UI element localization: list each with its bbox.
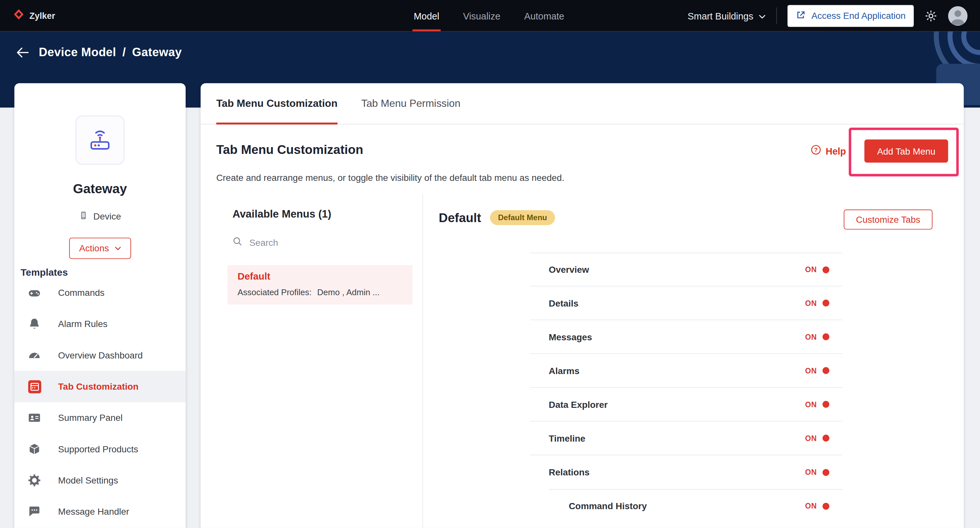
top-navbar: Zylker Model Visualize Automate Smart Bu… <box>0 0 980 31</box>
nav-divider <box>776 8 777 24</box>
nav-link-model[interactable]: Model <box>412 0 440 31</box>
nav-link-visualize[interactable]: Visualize <box>462 0 502 31</box>
toggle-state: ON <box>805 265 817 274</box>
chevron-down-icon <box>115 246 121 250</box>
toggle-dot-icon <box>822 300 829 306</box>
table-row-relations: Relations ON <box>530 455 842 489</box>
toggle-state: ON <box>805 468 817 477</box>
application-window: Zylker Model Visualize Automate Smart Bu… <box>0 0 980 528</box>
navbar-right: Smart Buildings Access End Application <box>687 5 967 26</box>
sidebar-item-label: Tab Customization <box>58 381 138 392</box>
sidebar-item-tab-customization[interactable]: Tab Customization <box>14 371 186 402</box>
add-tab-menu-button[interactable]: Add Tab Menu <box>864 140 948 163</box>
table-row-details: Details ON <box>530 286 842 320</box>
settings-gear-icon[interactable] <box>924 9 937 22</box>
page-title: Tab Menu Customization <box>216 142 363 157</box>
device-name: Gateway <box>14 182 186 196</box>
row-label: Data Explorer <box>549 399 608 410</box>
access-end-application-button[interactable]: Access End Application <box>788 5 914 26</box>
row-label: Messages <box>549 332 592 342</box>
table-row-overview: Overview ON <box>530 253 842 286</box>
help-label: Help <box>826 145 846 156</box>
visibility-toggle[interactable]: ON <box>805 400 829 409</box>
row-label: Overview <box>549 265 589 275</box>
visibility-toggle[interactable]: ON <box>805 468 829 477</box>
default-menu-badge: Default Menu <box>490 210 555 225</box>
search-input[interactable] <box>248 237 386 249</box>
device-type-label: Device <box>94 211 121 222</box>
tabs-bar: Tab Menu Customization Tab Menu Permissi… <box>200 83 964 124</box>
app-selector[interactable]: Smart Buildings <box>687 10 766 21</box>
sidebar-item-label: Model Settings <box>58 475 118 485</box>
external-link-icon <box>796 10 806 22</box>
available-menus-heading: Available Menus (1) <box>232 208 331 221</box>
user-avatar[interactable] <box>948 6 968 26</box>
bell-icon <box>27 317 42 330</box>
visibility-toggle[interactable]: ON <box>805 434 829 443</box>
menu-item-profiles: Associated Profiles: Demo , Admin ... <box>237 288 402 297</box>
toggle-state: ON <box>805 400 817 409</box>
breadcrumb-separator: / <box>123 46 126 59</box>
toggle-state: ON <box>805 332 817 341</box>
tab-menu-customization[interactable]: Tab Menu Customization <box>216 83 337 124</box>
sidebar-item-label: Commands <box>58 290 105 298</box>
brand[interactable]: Zylker <box>13 8 55 23</box>
toggle-dot-icon <box>822 401 829 408</box>
actions-button[interactable]: Actions <box>69 238 131 259</box>
cube-icon <box>27 442 42 456</box>
chevron-down-icon <box>759 10 766 21</box>
sidebar-item-model-settings[interactable]: Model Settings <box>14 465 186 496</box>
sidebar-item-commands[interactable]: Commands <box>14 290 186 308</box>
templates-menu-list: Commands Alarm Rules Overview Dashboard … <box>14 290 186 528</box>
toggle-dot-icon <box>822 502 829 509</box>
detail-title-row: Default Default Menu <box>439 210 555 225</box>
toggle-dot-icon <box>822 333 829 340</box>
svg-text:?: ? <box>814 147 818 153</box>
gamepad-icon <box>27 290 42 300</box>
visibility-toggle[interactable]: ON <box>805 502 829 510</box>
templates-heading: Templates <box>21 267 68 278</box>
back-arrow-icon[interactable] <box>16 47 29 58</box>
toggle-dot-icon <box>822 367 829 374</box>
breadcrumb-section: Device Model <box>39 46 116 59</box>
row-label: Timeline <box>549 433 585 443</box>
visibility-toggle[interactable]: ON <box>805 299 829 308</box>
brand-name: Zylker <box>30 11 55 21</box>
sidebar-item-alarm-rules[interactable]: Alarm Rules <box>14 308 186 340</box>
help-link[interactable]: ? Help <box>811 145 846 157</box>
visibility-toggle[interactable]: ON <box>805 265 829 274</box>
help-circle-icon: ? <box>811 145 821 157</box>
nav-link-automate[interactable]: Automate <box>523 0 565 31</box>
search-icon <box>232 236 242 249</box>
main-content-card: Tab Menu Customization Tab Menu Permissi… <box>200 83 964 528</box>
table-row-messages: Messages ON <box>530 320 842 354</box>
tab-grid-icon <box>27 380 42 393</box>
table-row-alarms: Alarms ON <box>530 354 842 388</box>
sidebar-item-message-handler[interactable]: Message Handler <box>14 496 186 527</box>
device-type-icon <box>79 211 88 222</box>
search-row <box>232 236 401 249</box>
available-menu-item-default[interactable]: Default Associated Profiles: Demo , Admi… <box>228 265 412 305</box>
sidebar-item-summary-panel[interactable]: Summary Panel <box>14 402 186 433</box>
visibility-toggle[interactable]: ON <box>805 366 829 375</box>
gauge-icon <box>27 348 42 362</box>
profiles-value: Demo , Admin ... <box>317 288 380 297</box>
visibility-toggle[interactable]: ON <box>805 332 829 341</box>
sidebar-item-label: Summary Panel <box>58 413 123 423</box>
app-selector-label: Smart Buildings <box>687 10 753 21</box>
toggle-dot-icon <box>822 266 829 273</box>
access-end-application-label: Access End Application <box>811 11 905 21</box>
breadcrumb-page: Gateway <box>132 46 182 59</box>
device-type-row: Device <box>14 211 186 222</box>
tab-menu-rows: Overview ON Details ON Messages ON <box>530 253 842 523</box>
page-subtitle: Create and rearrange menus, or toggle th… <box>216 173 564 183</box>
toggle-dot-icon <box>822 435 829 442</box>
sidebar-item-overview-dashboard[interactable]: Overview Dashboard <box>14 340 186 371</box>
sidebar-item-supported-products[interactable]: Supported Products <box>14 434 186 465</box>
customize-tabs-button[interactable]: Customize Tabs <box>844 209 932 230</box>
actions-label: Actions <box>79 243 109 253</box>
sidebar-item-label: Message Handler <box>58 507 129 517</box>
breadcrumb-row: Device Model / Gateway <box>16 46 182 59</box>
toggle-state: ON <box>805 366 817 375</box>
tab-menu-permission[interactable]: Tab Menu Permission <box>361 83 460 124</box>
